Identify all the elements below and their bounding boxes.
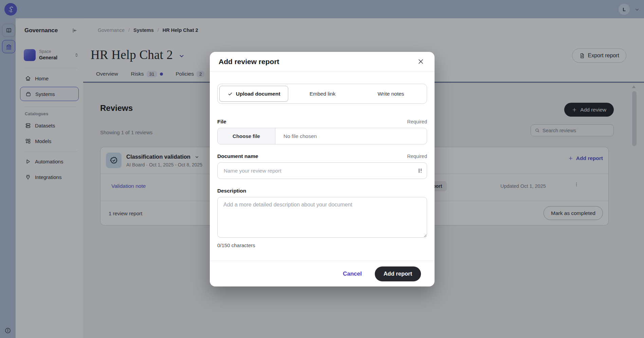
segment-write-notes[interactable]: Write notes: [357, 86, 425, 102]
required-label: Required: [407, 154, 427, 159]
segment-embed-link[interactable]: Embed link: [288, 86, 356, 102]
close-icon[interactable]: [416, 57, 426, 66]
add-report-button[interactable]: Add report: [375, 266, 421, 281]
file-upload-control: Choose file No file chosen: [217, 128, 427, 144]
autofill-icon[interactable]: [418, 168, 423, 174]
document-name-label: Document name: [217, 153, 258, 159]
segment-label: Write notes: [378, 91, 404, 97]
cancel-button[interactable]: Cancel: [343, 271, 362, 277]
description-textarea[interactable]: [217, 197, 427, 238]
segment-label: Upload document: [236, 91, 280, 97]
file-label: File: [217, 119, 226, 125]
character-counter: 0/150 characters: [217, 242, 427, 248]
document-name-input[interactable]: [217, 162, 427, 179]
add-review-report-modal: Add review report Upload document Embed …: [210, 52, 435, 286]
modal-title: Add review report: [219, 58, 279, 66]
report-type-segmented-control: Upload document Embed link Write notes: [217, 84, 427, 104]
segment-upload-document[interactable]: Upload document: [219, 86, 288, 102]
choose-file-button[interactable]: Choose file: [218, 128, 275, 144]
required-label: Required: [407, 119, 427, 124]
check-icon: [227, 91, 233, 97]
file-status-text: No file chosen: [275, 128, 317, 144]
description-label: Description: [217, 188, 246, 194]
segment-label: Embed link: [310, 91, 336, 97]
